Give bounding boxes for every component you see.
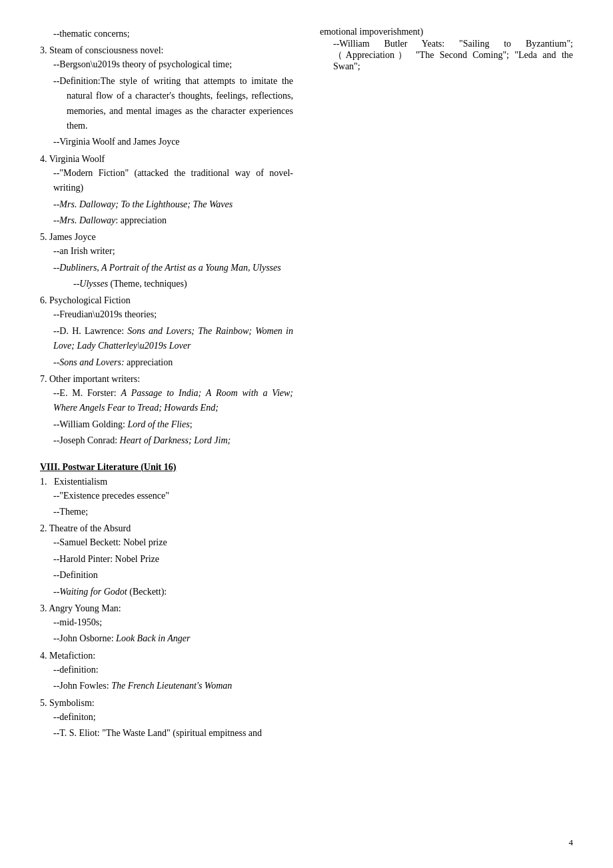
item-james-joyce: 5. James Joyce <box>40 232 293 243</box>
item-theme: --Theme; <box>53 505 573 519</box>
item-definition-meta: --definition: <box>53 663 573 677</box>
item-mid-1950s: --mid-1950s; <box>53 615 573 630</box>
item-forster: --E. M. Forster: A Passage to India; A R… <box>53 386 293 416</box>
item-john-osborne: --John Osborne: Look Back in Anger <box>53 631 573 646</box>
item-thematic: --thematic concerns; <box>53 27 293 41</box>
item-joyce-works: --Dubliners, A Portrait of the Artist as… <box>53 261 293 275</box>
item-metafiction: 4. Metafiction: <box>40 651 573 661</box>
item-freudian: --Freudian\u2019s theories; <box>53 307 293 322</box>
right-column: emotional impoverishment) --William Butl… <box>306 27 573 450</box>
item-harold-pinter: --Harold Pinter: Nobel Prize <box>53 552 573 567</box>
item-theatre-absurd: 2. Theatre of the Absurd <box>40 523 573 534</box>
page-number: 4 <box>569 837 574 848</box>
item-sons-lovers-app: --Sons and Lovers: appreciation <box>53 355 293 370</box>
item-definition-stream: --Definition:The style of writing that a… <box>53 74 293 134</box>
item-definition-absurd: --Definition <box>53 568 573 583</box>
item-psychological-fiction: 6. Psychological Fiction <box>40 295 293 306</box>
item-existentialism: 1. Existentialism <box>40 477 573 487</box>
item-modern-fiction: --"Modern Fiction" (attacked the traditi… <box>53 166 293 196</box>
item-definiton: --definiton; <box>53 710 573 725</box>
item-mrs-dalloway-app: --Mrs. Dalloway: appreciation <box>53 213 293 228</box>
right-yeats: --William Butler Yeats: "Sailing to Byza… <box>320 39 573 72</box>
item-conrad: --Joseph Conrad: Heart of Darkness; Lord… <box>53 433 293 448</box>
item-john-fowles: --John Fowles: The French Lieutenant's W… <box>53 679 573 693</box>
item-ulysses: --Ulysses (Theme, techniques) <box>73 277 293 291</box>
item-angry-young-man: 3. Angry Young Man: <box>40 603 573 614</box>
item-samuel-beckett: --Samuel Beckett: Nobel prize <box>53 535 573 550</box>
right-emotional: emotional impoverishment) <box>320 27 573 37</box>
item-symbolism: 5. Symbolism: <box>40 698 573 709</box>
section-viii-heading: VIII. Postwar Literature (Unit 16) <box>40 462 573 473</box>
item-stream-consciousness: 3. Steam of consciousness novel: <box>40 45 293 56</box>
item-woolf-works: --Mrs. Dalloway; To the Lighthouse; The … <box>53 197 293 212</box>
left-column: --thematic concerns; 3. Steam of conscio… <box>40 27 306 450</box>
item-woolf-joyce: --Virginia Woolf and James Joyce <box>53 135 293 149</box>
item-other-writers: 7. Other important writers: <box>40 374 293 385</box>
item-golding: --William Golding: Lord of the Flies; <box>53 417 293 432</box>
page-container: --thematic concerns; 3. Steam of conscio… <box>40 27 573 742</box>
item-waiting-godot: --Waiting for Godot (Beckett): <box>53 585 573 599</box>
item-bergson: --Bergson\u2019s theory of psychological… <box>53 57 293 72</box>
item-dh-lawrence: --D. H. Lawrence: Sons and Lovers; The R… <box>53 324 293 354</box>
item-irish-writer: --an Irish writer; <box>53 244 293 259</box>
item-ts-eliot: --T. S. Eliot: "The Waste Land" (spiritu… <box>53 726 573 741</box>
item-existence-precedes: --"Existence precedes essence" <box>53 489 573 503</box>
item-virginia-woolf: 4. Virginia Woolf <box>40 154 293 165</box>
